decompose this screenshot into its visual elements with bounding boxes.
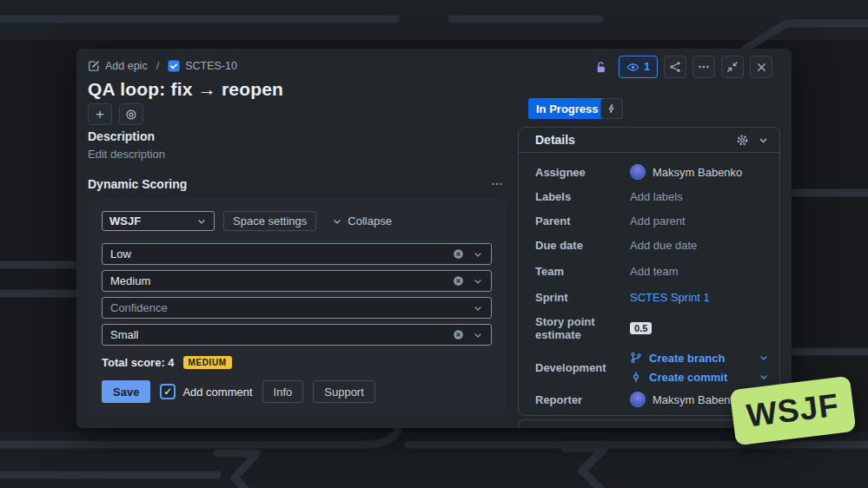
story-point-value[interactable]: 0.5 <box>630 322 769 334</box>
field-value: Low <box>110 247 453 260</box>
scoring-actions-row: Save ✓ Add comment Info Support <box>102 380 492 403</box>
share-icon <box>669 61 681 73</box>
labels-label: Labels <box>535 190 630 203</box>
collapse-label: Collapse <box>348 214 392 228</box>
collapse-arrows-icon <box>726 61 739 73</box>
collapse-button[interactable] <box>721 56 744 78</box>
score-badge: MEDIUM <box>183 356 232 369</box>
assignee-value[interactable]: Maksym Babenko <box>630 164 769 180</box>
total-score-label: Total score: 4 <box>102 356 175 369</box>
details-collapse-button[interactable] <box>758 135 769 146</box>
field-value: Small <box>110 328 453 341</box>
score-field-business-value[interactable]: Low <box>102 243 492 265</box>
add-team-field[interactable]: Add team <box>630 265 769 278</box>
clear-icon[interactable] <box>453 248 464 260</box>
unlock-icon[interactable] <box>595 61 607 74</box>
add-parent-field[interactable]: Add parent <box>630 214 769 228</box>
add-button[interactable]: + <box>88 103 112 125</box>
team-label: Team <box>535 265 630 278</box>
development-row: Development Create branch <box>535 346 769 388</box>
issue-dialog: Add epic / SCTES-10 <box>76 49 792 428</box>
target-icon <box>125 109 137 121</box>
scoring-toolbar: WSJF Space settings Collapse <box>102 211 492 231</box>
clear-icon[interactable] <box>453 275 464 287</box>
close-button[interactable] <box>750 56 772 78</box>
create-commit-button[interactable]: Create commit <box>630 371 769 384</box>
collapse-toggle[interactable]: Collapse <box>332 214 392 228</box>
issue-key-link[interactable]: SCTES-10 <box>168 60 237 72</box>
chevron-down-icon <box>759 353 769 363</box>
story-point-row: Story point estimate 0.5 <box>535 310 769 346</box>
dynamic-scoring-panel: WSJF Space settings Collapse <box>88 198 506 415</box>
avatar <box>630 164 646 180</box>
sprint-link[interactable]: SCTES Sprint 1 <box>630 291 769 304</box>
add-due-date-field[interactable]: Add due date <box>630 239 769 252</box>
sprint-row: Sprint SCTES Sprint 1 <box>535 284 769 310</box>
add-comment-label: Add comment <box>182 386 252 399</box>
ellipsis-icon <box>698 61 710 73</box>
eye-icon <box>626 61 639 74</box>
share-button[interactable] <box>664 56 686 78</box>
framework-value: WSJF <box>109 214 141 228</box>
add-comment-checkbox[interactable]: ✓ <box>160 384 176 399</box>
details-heading: Details <box>535 133 575 147</box>
field-placeholder: Confidence <box>110 301 473 314</box>
git-commit-icon <box>630 371 642 383</box>
field-value: Medium <box>110 274 453 287</box>
reporter-name: Maksym Babenko <box>653 393 742 406</box>
assignee-name: Maksym Babenko <box>653 166 742 179</box>
add-labels-field[interactable]: Add labels <box>630 190 769 203</box>
details-body: Assignee Maksym Babenko Labels Add label… <box>519 153 779 411</box>
task-type-icon <box>168 60 180 72</box>
due-date-label: Due date <box>535 239 630 252</box>
clear-icon[interactable] <box>453 329 464 340</box>
plus-icon: + <box>96 107 104 122</box>
chevron-down-icon <box>473 249 483 260</box>
header-actions: 1 <box>595 56 772 78</box>
edit-description[interactable]: Edit description <box>88 148 165 161</box>
automation-button[interactable] <box>600 98 623 119</box>
details-settings-button[interactable] <box>736 134 749 147</box>
issue-title[interactable]: QA loop: fix → reopen <box>88 79 283 100</box>
labels-row: Labels Add labels <box>535 184 769 208</box>
story-point-label: Story point estimate <box>535 315 630 341</box>
score-field-job-size[interactable]: Small <box>102 324 492 346</box>
framework-select[interactable]: WSJF <box>102 211 215 231</box>
assignee-row: Assignee Maksym Babenko <box>535 160 769 184</box>
chevron-down-icon <box>196 216 207 227</box>
edit-icon <box>88 60 100 72</box>
support-button[interactable]: Support <box>313 380 375 403</box>
estimate-badge[interactable]: 0.5 <box>630 322 652 334</box>
chevron-down-icon <box>332 216 342 227</box>
score-field-confidence[interactable]: Confidence <box>102 297 492 319</box>
create-commit-label: Create commit <box>649 371 727 384</box>
add-comment-option: ✓ Add comment <box>160 384 252 399</box>
status-label: In Progress <box>536 102 599 115</box>
space-settings-button[interactable]: Space settings <box>223 211 316 231</box>
reporter-label: Reporter <box>535 393 630 406</box>
assignee-label: Assignee <box>535 166 630 179</box>
lightning-icon <box>606 102 617 115</box>
target-button[interactable] <box>119 103 143 125</box>
chevron-down-icon <box>473 276 483 287</box>
total-score-row: Total score: 4 MEDIUM <box>102 356 492 369</box>
scoring-menu-button[interactable] <box>491 178 506 190</box>
more-actions-button[interactable] <box>692 56 715 78</box>
avatar <box>630 392 646 407</box>
watch-button[interactable]: 1 <box>619 56 658 78</box>
issue-key-label: SCTES-10 <box>185 60 237 72</box>
save-button[interactable]: Save <box>102 380 150 403</box>
create-branch-button[interactable]: Create branch <box>630 352 769 365</box>
sticker-label: WSJF <box>745 387 841 435</box>
team-row: Team Add team <box>535 258 769 284</box>
dynamic-scoring-heading: Dynamic Scoring <box>88 177 187 191</box>
create-branch-label: Create branch <box>649 352 725 365</box>
info-button[interactable]: Info <box>262 380 304 403</box>
score-field-time-criticality[interactable]: Medium <box>102 270 492 292</box>
sprint-label: Sprint <box>535 291 630 304</box>
parent-row: Parent Add parent <box>535 208 769 233</box>
add-epic-button[interactable]: Add epic <box>88 60 148 72</box>
dynamic-scoring-header: Dynamic Scoring <box>88 177 506 191</box>
description-heading: Description <box>88 129 155 143</box>
chevron-down-icon <box>473 330 483 340</box>
